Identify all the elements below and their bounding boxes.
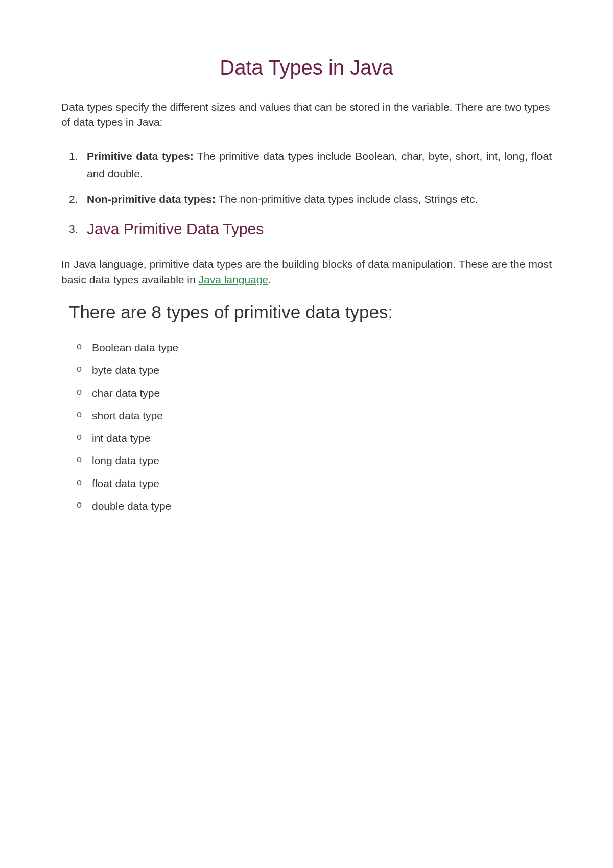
description-paragraph: In Java language, primitive data types a… [61,257,552,287]
list-number: 1. [69,148,78,166]
list-item: char data type [92,386,552,400]
list-item: double data type [92,499,552,513]
list-number: 3. [69,220,78,238]
intro-paragraph: Data types specify the different sizes a… [61,100,552,130]
sub-heading: Java Primitive Data Types [87,220,264,237]
list-item: 1. Primitive data types: The primitive d… [87,148,552,183]
paragraph-text: . [268,273,271,285]
list-item-text: The non-primitive data types include cla… [216,193,478,205]
list-item: Boolean data type [92,340,552,354]
list-item: byte data type [92,363,552,377]
list-item: long data type [92,453,552,467]
list-item: float data type [92,476,552,490]
page-title: Data Types in Java [61,56,552,79]
section-heading: There are 8 types of primitive data type… [61,302,552,323]
list-item-label: Non-primitive data types: [87,193,216,205]
list-item: int data type [92,431,552,445]
list-item-label: Primitive data types: [87,150,194,162]
definition-list: 1. Primitive data types: The primitive d… [61,148,552,241]
list-item: short data type [92,408,552,422]
paragraph-text: In Java language, primitive data types a… [61,258,552,285]
types-list: Boolean data type byte data type char da… [61,340,552,513]
list-item-heading: 3. Java Primitive Data Types [87,216,552,242]
java-language-link[interactable]: Java language [199,273,269,285]
list-number: 2. [69,191,78,209]
list-item: 2. Non-primitive data types: The non-pri… [87,191,552,209]
